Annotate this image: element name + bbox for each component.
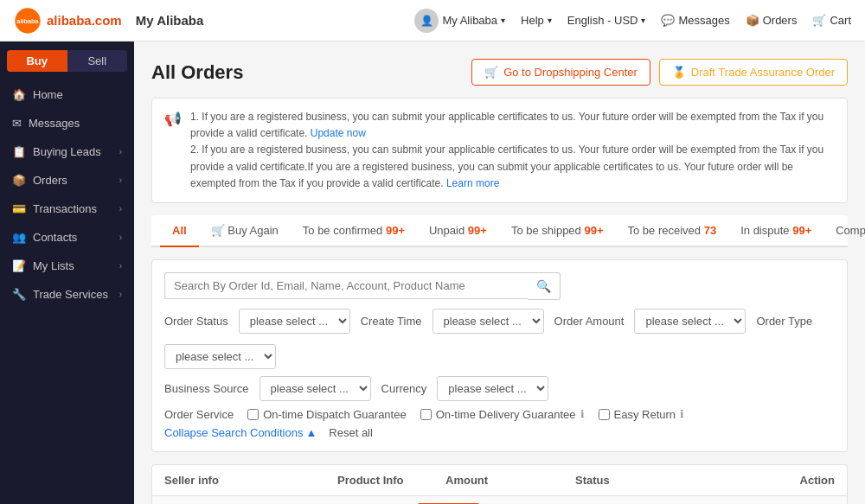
nav-right-actions: 👤 My Alibaba ▾ Help ▾ English - USD ▾ 💬 … [414,9,851,33]
on-time-dispatch-checkbox[interactable]: On-time Dispatch Guarantee [247,408,406,421]
learn-more-link[interactable]: Learn more [446,177,499,189]
create-time-select[interactable]: please select ... [432,309,544,334]
nav-page-title: My Alibaba [136,13,204,28]
sidebar-item-messages[interactable]: ✉ Messages [0,109,134,137]
col-action: Action [731,474,835,487]
messages-sidebar-icon: ✉ [12,117,22,130]
alibaba-logo-icon: alibaba [14,7,42,35]
sidebar-item-trade-services[interactable]: 🔧 Trade Services › [0,280,134,309]
draft-trade-assurance-button[interactable]: 🏅 Draft Trade Assurance Order [659,59,848,86]
language-chevron-icon: ▾ [641,16,645,25]
notice-text: 1. If you are a registered business, you… [190,109,835,192]
contacts-chevron-icon: › [119,233,122,242]
nav-help[interactable]: Help ▾ [521,14,552,27]
tab-to-be-received[interactable]: To be received 73 [616,215,729,247]
cart-tab-icon: 🛒 [211,224,225,237]
order-service-label: Order Service [164,408,234,421]
tab-unpaid[interactable]: Unpaid 99+ [417,215,499,247]
update-now-link[interactable]: Update now [311,127,366,139]
search-row: 🔍 [164,272,835,300]
order-type-label: Order Type [756,315,812,328]
page-header: All Orders 🛒 Go to Dropshipping Center 🏅… [151,59,848,86]
user-avatar: 👤 [414,9,439,33]
my-alibaba-chevron-icon: ▾ [501,16,505,25]
tab-in-dispute[interactable]: In dispute 99+ [728,215,823,247]
on-time-delivery-checkbox[interactable]: On-time Delivery Guarantee ℹ [420,408,585,421]
easy-return-checkbox[interactable]: Easy Return ℹ [599,408,685,421]
sidebar-item-transactions[interactable]: 💳 Transactions › [0,195,134,223]
business-source-select[interactable]: please select ... [260,376,371,401]
my-lists-icon: 📝 [12,259,26,272]
easy-return-input[interactable] [599,409,610,420]
tab-buy-again[interactable]: 🛒 Buy Again [199,215,291,247]
business-source-label: Business Source [164,382,249,395]
collapse-search-link[interactable]: Collapse Search Conditions ▲ [164,426,317,439]
notice-box: 📢 1. If you are a registered business, y… [151,98,848,203]
contacts-icon: 👥 [12,231,26,244]
transactions-icon: 💳 [12,202,26,215]
collapse-arrow-icon: ▲ [305,426,317,439]
reset-all-link[interactable]: Reset all [329,426,373,439]
order-amount-label: Order Amount [554,315,625,328]
create-time-label: Create Time [361,315,422,328]
table-header: Seller info Product Info Amount Status A… [152,465,847,496]
cart-icon: 🛒 [812,14,826,27]
tab-to-be-confirmed[interactable]: To be confirmed 99+ [291,215,417,247]
on-time-dispatch-input[interactable] [247,409,259,420]
nav-orders[interactable]: 📦 Orders [746,14,798,27]
tab-to-be-shipped[interactable]: To be shipped 99+ [499,215,616,247]
order-amount-select[interactable]: please select ... [634,309,746,334]
search-input[interactable] [164,272,528,299]
home-icon: 🏠 [12,88,26,101]
main-content: All Orders 🛒 Go to Dropshipping Center 🏅… [134,41,865,504]
col-status: Status [575,474,731,487]
messages-icon: 💬 [661,14,675,27]
order-tabs: All 🛒 Buy Again To be confirmed 99+ Unpa… [151,215,848,247]
sidebar-item-my-lists[interactable]: 📝 My Lists › [0,252,134,280]
nav-cart[interactable]: 🛒 Cart [812,14,851,27]
dropship-icon: 🛒 [484,66,498,79]
col-product-info: Product Info [337,474,445,487]
sell-tab-button[interactable]: Sell [67,50,128,72]
collapse-row: Collapse Search Conditions ▲ Reset all [164,426,835,439]
tab-all[interactable]: All [160,215,199,247]
notice-icon: 📢 [164,111,182,192]
sidebar: Buy Sell 🏠 Home ✉ Messages 📋 Buying Lead… [0,41,134,504]
page-title: All Orders [151,61,243,84]
buying-leads-icon: 📋 [12,145,26,158]
buying-leads-chevron-icon: › [119,147,122,156]
nav-messages[interactable]: 💬 Messages [661,14,729,27]
nav-language[interactable]: English - USD ▾ [567,14,646,27]
on-time-delivery-input[interactable] [420,409,432,420]
orders-icon: 📦 [746,14,759,27]
go-to-dropshipping-button[interactable]: 🛒 Go to Dropshipping Center [471,59,650,86]
orders-table: Seller info Product Info Amount Status A… [151,464,848,504]
filter-row-1: Order Status please select ... Create Ti… [164,309,835,369]
filter-box: 🔍 Order Status please select ... Create … [151,259,848,452]
col-amount: Amount [445,474,575,487]
search-button[interactable]: 🔍 [528,272,561,300]
logo[interactable]: alibaba alibaba.com [14,7,122,35]
top-navigation: alibaba alibaba.com My Alibaba 👤 My Alib… [0,0,865,41]
sidebar-item-orders[interactable]: 📦 Orders › [0,166,134,195]
transactions-chevron-icon: › [119,204,122,214]
trade-services-icon: 🔧 [12,288,26,301]
easy-return-info-icon: ℹ [680,408,684,420]
orders-chevron-icon: › [119,175,122,185]
sidebar-item-buying-leads[interactable]: 📋 Buying Leads › [0,137,134,166]
order-status-select[interactable]: please select ... [239,309,350,334]
sidebar-item-contacts[interactable]: 👥 Contacts › [0,223,134,252]
order-meta-1: 🏅 Order No.139125707501026709 | 2022-04-… [152,496,847,504]
trade-assurance-icon: 🏅 [672,66,686,79]
sidebar-item-home[interactable]: 🏠 Home [0,80,134,109]
filter-row-2: Business Source please select ... Curren… [164,376,835,401]
page-header-actions: 🛒 Go to Dropshipping Center 🏅 Draft Trad… [471,59,848,86]
order-type-select[interactable]: please select ... [164,344,276,369]
table-row: 🏅 Order No.139125707501026709 | 2022-04-… [152,496,847,504]
nav-my-alibaba[interactable]: 👤 My Alibaba ▾ [414,9,505,33]
nav-site-title: alibaba.com [47,13,122,28]
currency-select[interactable]: please select ... [437,376,548,401]
buy-tab-button[interactable]: Buy [7,50,67,72]
tab-completed-closed[interactable]: Completed/Closed 99+ [823,215,865,247]
svg-text:alibaba: alibaba [16,17,39,25]
